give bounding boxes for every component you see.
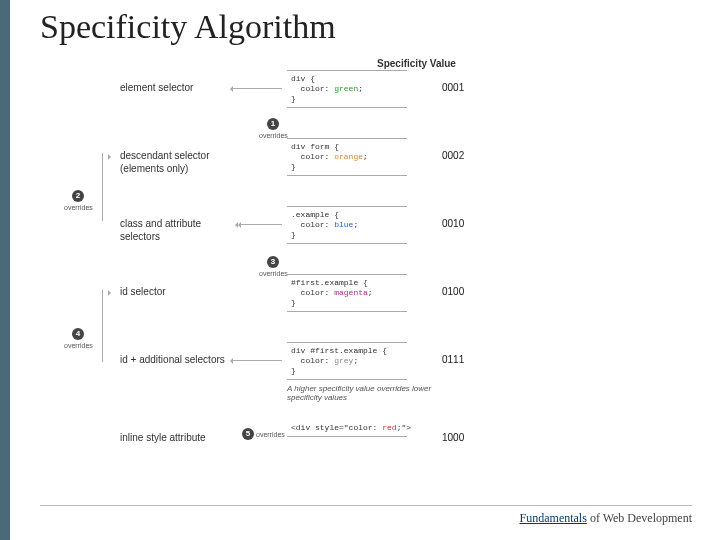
step-badge-4: 4 xyxy=(72,328,84,340)
code-snippet: div form { color: orange; } xyxy=(287,138,407,176)
row-id-additional: id + additional selectors div #first.exa… xyxy=(72,340,690,410)
footer-divider xyxy=(40,505,692,506)
specificity-value: 1000 xyxy=(442,432,464,443)
step-badge-2: 2 xyxy=(72,190,84,202)
slide-title: Specificity Algorithm xyxy=(40,8,336,46)
specificity-value: 0100 xyxy=(442,286,464,297)
triangle-right-icon xyxy=(108,290,114,296)
step-badge-1: 1 xyxy=(267,118,279,130)
selector-label: element selector xyxy=(120,82,230,95)
specificity-value: 0111 xyxy=(442,354,464,365)
row-inline-style: inline style attribute <div style="color… xyxy=(72,418,690,476)
selector-label: descendant selector (elements only) xyxy=(120,150,230,175)
specificity-note: A higher specificity value overrides low… xyxy=(287,384,447,402)
arrow-icon xyxy=(232,360,282,361)
selector-label: id selector xyxy=(120,286,230,299)
slide-sidebar xyxy=(0,0,10,540)
specificity-value: 0010 xyxy=(442,218,464,229)
diagram-area: Specificity Value element selector div {… xyxy=(72,58,690,418)
code-snippet: <div style="color: red;"> xyxy=(287,420,407,437)
specificity-value: 0001 xyxy=(442,82,464,93)
arrow-icon xyxy=(240,224,282,225)
selector-label: class and attribute selectors xyxy=(120,218,230,243)
triangle-right-icon xyxy=(108,154,114,160)
footer-text: Fundamentals of Web Development xyxy=(520,511,692,526)
step-badge-3: 3 xyxy=(267,256,279,268)
code-snippet: #first.example { color: magenta; } xyxy=(287,274,407,312)
row-id-selector: id selector #first.example { color: mage… xyxy=(72,272,690,330)
row-element-selector: element selector div { color: green; } 0… xyxy=(72,68,690,126)
selector-label: id + additional selectors xyxy=(120,354,230,367)
code-snippet: div #first.example { color: grey; } xyxy=(287,342,407,380)
arrow-icon xyxy=(232,88,282,89)
row-descendant-selector: descendant selector (elements only) div … xyxy=(72,136,690,194)
code-snippet: .example { color: blue; } xyxy=(287,206,407,244)
selector-label: inline style attribute xyxy=(120,432,230,445)
row-class-selector: class and attribute selectors .example {… xyxy=(72,204,690,262)
specificity-value: 0002 xyxy=(442,150,464,161)
footer-link: Fundamentals xyxy=(520,511,587,525)
code-snippet: div { color: green; } xyxy=(287,70,407,108)
